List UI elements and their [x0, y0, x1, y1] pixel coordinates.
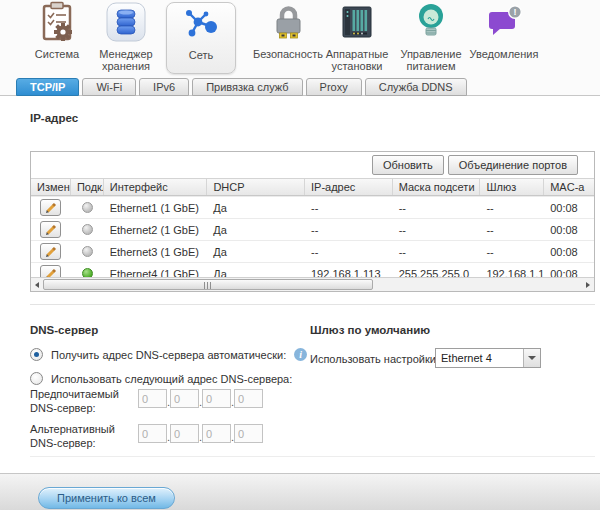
dns-auto-option: Получить адрес DNS-сервера автоматически…	[30, 348, 307, 361]
power-bulb-icon	[414, 2, 448, 46]
secondary-dns-octet-1[interactable]	[138, 424, 167, 443]
cell-mac: 00:08	[544, 246, 594, 258]
scroll-right-arrow[interactable]	[582, 278, 594, 291]
nav-label-storage-2: хранения	[86, 60, 166, 72]
tab-service-binding[interactable]: Привязка служб	[192, 78, 302, 96]
edit-button[interactable]	[40, 199, 61, 216]
secondary-dns-label-line2: DNS-сервер:	[30, 436, 135, 450]
horizontal-scrollbar[interactable]	[31, 277, 594, 291]
cell-mac: 00:08	[544, 202, 594, 214]
primary-dns-octet-1[interactable]	[138, 389, 167, 408]
col-mac: MAC-а	[544, 179, 594, 195]
cell-interface: Ethernet3 (1 GbE)	[104, 246, 208, 258]
cell-mask: --	[393, 202, 481, 214]
col-mask: Маска подсети	[393, 179, 481, 195]
section-divider	[30, 304, 595, 305]
dns-auto-label: Получить адрес DNS-сервера автоматически…	[51, 349, 286, 361]
security-lock-icon	[271, 3, 305, 45]
info-icon[interactable]: i	[294, 348, 307, 361]
cell-ip: --	[305, 202, 393, 214]
cell-mask: --	[393, 224, 481, 236]
nav-item-storage-manager[interactable]: Менеджер хранения	[86, 0, 166, 78]
scrollbar-thumb[interactable]	[43, 279, 373, 290]
table-row: Ethernet2 (1 GbE) Да -- -- -- 00:08	[31, 218, 594, 240]
cell-gateway: --	[480, 246, 544, 258]
footer-bar: Применить ко всем	[0, 473, 600, 510]
col-edit: Измен...	[31, 179, 71, 195]
settings-tabs: TCP/IP Wi-Fi IPv6 Привязка служб Proxy С…	[16, 78, 467, 96]
edit-button[interactable]	[40, 243, 61, 260]
primary-dns-inputs: . . .	[138, 389, 263, 408]
cell-gateway: --	[480, 224, 544, 236]
apply-to-all-button[interactable]: Применить ко всем	[38, 487, 175, 509]
cell-ip: --	[305, 246, 393, 258]
secondary-dns-octet-4[interactable]	[234, 424, 263, 443]
edit-button[interactable]	[40, 221, 61, 238]
interfaces-table: Обновить Объединение портов Измен... Под…	[30, 151, 595, 292]
notifications-icon: !	[484, 4, 524, 44]
primary-dns-label-line1: Предпочитаемый	[30, 387, 135, 401]
col-ip: IP-адрес	[305, 179, 393, 195]
nav-item-notifications[interactable]: ! Уведомления	[462, 0, 546, 78]
secondary-dns-octet-2[interactable]	[170, 424, 199, 443]
dns-auto-radio[interactable]	[30, 348, 43, 361]
gateway-section-title: Шлюз по умолчанию	[310, 324, 430, 336]
cell-dhcp: Да	[207, 224, 305, 236]
secondary-dns-inputs: . . .	[138, 424, 263, 443]
cell-dhcp: Да	[207, 202, 305, 214]
primary-dns-label: Предпочитаемый DNS-сервер:	[30, 387, 135, 415]
dns-manual-option: Использовать следующий адрес DNS-сервера…	[30, 372, 292, 385]
cell-ip: --	[305, 224, 393, 236]
storage-manager-icon	[106, 2, 146, 46]
gateway-select-label: Использовать настройки с:	[310, 353, 448, 365]
notification-badge-glyph: !	[514, 7, 517, 17]
chevron-down-icon[interactable]	[523, 349, 540, 367]
gateway-interface-select[interactable]: Ethernet 4	[435, 348, 541, 368]
nav-label-network: Сеть	[167, 49, 235, 61]
nav-item-system[interactable]: Система	[17, 0, 97, 78]
primary-dns-label-line2: DNS-сервер:	[30, 401, 135, 415]
primary-dns-octet-2[interactable]	[170, 389, 199, 408]
scroll-left-arrow[interactable]	[31, 278, 43, 291]
cell-gateway: --	[480, 202, 544, 214]
tab-wifi[interactable]: Wi-Fi	[82, 78, 136, 96]
bottom-divider	[30, 456, 595, 457]
tcpip-panel: IP-адрес Обновить Объединение портов Изм…	[0, 95, 600, 473]
top-navigation: Система	[0, 0, 600, 78]
control-panel-network-page: Система	[0, 0, 600, 510]
primary-dns-octet-4[interactable]	[234, 389, 263, 408]
secondary-dns-octet-3[interactable]	[202, 424, 231, 443]
nav-label-storage-1: Менеджер	[86, 48, 166, 60]
system-icon	[39, 1, 75, 47]
tab-ddns[interactable]: Служба DDNS	[365, 78, 467, 96]
scrollbar-grip	[204, 282, 212, 289]
network-icon	[182, 7, 220, 45]
refresh-button[interactable]: Обновить	[372, 155, 444, 175]
port-trunking-button[interactable]: Объединение портов	[448, 155, 578, 175]
table-toolbar: Обновить Объединение портов	[31, 152, 594, 178]
dns-manual-label: Использовать следующий адрес DNS-сервера…	[51, 373, 292, 385]
col-interface: Интерфейс	[104, 179, 208, 195]
tab-tcpip[interactable]: TCP/IP	[16, 78, 79, 96]
col-dhcp: DHCP	[207, 179, 305, 195]
hardware-rack-icon	[339, 4, 375, 44]
status-dot-disconnected	[82, 246, 93, 257]
tab-proxy[interactable]: Proxy	[306, 78, 362, 96]
status-dot-disconnected	[82, 202, 93, 213]
cell-dhcp: Да	[207, 246, 305, 258]
nav-item-network-selected[interactable]: Сеть	[166, 2, 236, 74]
table-row: Ethernet1 (1 GbE) Да -- -- -- 00:08	[31, 196, 594, 218]
dns-manual-radio[interactable]	[30, 372, 43, 385]
nav-label-notifications: Уведомления	[462, 48, 546, 60]
table-row: Ethernet3 (1 GbE) Да -- -- -- 00:08	[31, 240, 594, 262]
table-header-row: Измен... Подкл... Интерфейс DHCP IP-адре…	[31, 178, 594, 196]
col-gateway: Шлюз	[480, 179, 544, 195]
cell-interface: Ethernet2 (1 GbE)	[104, 224, 208, 236]
secondary-dns-label-line1: Альтернативный	[30, 422, 135, 436]
primary-dns-octet-3[interactable]	[202, 389, 231, 408]
cell-mac: 00:08	[544, 224, 594, 236]
col-status: Подкл...	[71, 179, 104, 195]
tab-ipv6[interactable]: IPv6	[139, 78, 189, 96]
cell-mask: --	[393, 246, 481, 258]
nav-label-system: Система	[17, 48, 97, 60]
